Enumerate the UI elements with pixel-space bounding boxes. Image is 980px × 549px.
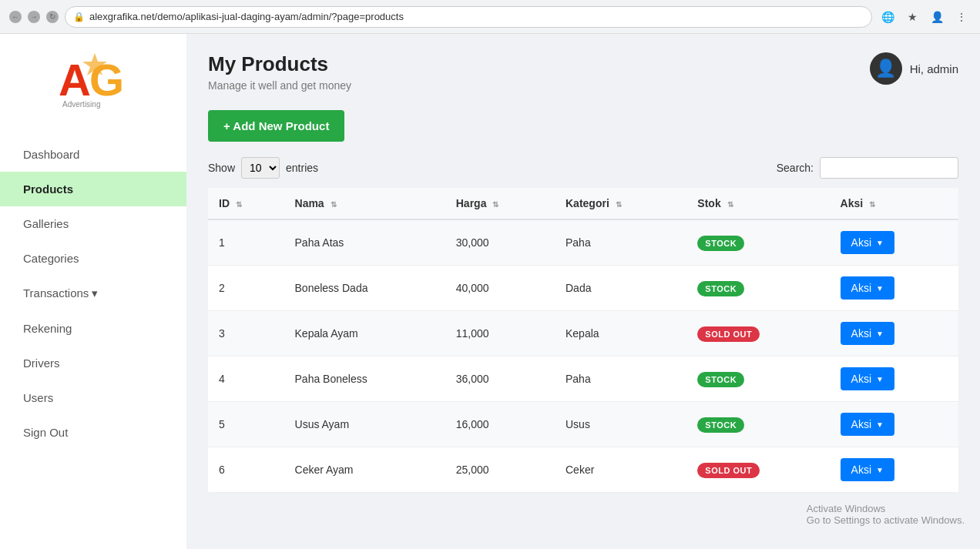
cell-kategori: Paha <box>555 357 686 402</box>
caret-icon: ▼ <box>876 239 884 247</box>
cell-aksi: Aksi ▼ <box>830 311 958 357</box>
aksi-button[interactable]: Aksi ▼ <box>841 322 894 345</box>
sidebar-item-dashboard[interactable]: Dashboard <box>0 137 186 172</box>
table-row: 1 Paha Atas 30,000 Paha STOCK Aksi ▼ <box>208 219 958 266</box>
sort-stok-icon[interactable]: ⇅ <box>727 200 733 209</box>
cell-nama: Boneless Dada <box>284 266 445 311</box>
cell-kategori: Ceker <box>555 447 686 493</box>
page-header: My Products Manage it well and get money… <box>208 52 958 92</box>
caret-icon: ▼ <box>876 375 884 383</box>
sold-out-badge: SOLD OUT <box>697 326 760 342</box>
sort-harga-icon[interactable]: ⇅ <box>492 200 498 209</box>
main-content: My Products Manage it well and get money… <box>186 34 980 549</box>
cell-kategori: Dada <box>555 266 686 311</box>
aksi-button[interactable]: Aksi ▼ <box>841 276 894 300</box>
table-row: 2 Boneless Dada 40,000 Dada STOCK Aksi ▼ <box>208 266 958 311</box>
aksi-button[interactable]: Aksi ▼ <box>841 413 894 436</box>
sidebar-item-signout[interactable]: Sign Out <box>0 415 186 450</box>
header-left: My Products Manage it well and get money <box>208 52 351 92</box>
table-controls: Show 10 25 50 entries Search: <box>208 157 958 179</box>
security-icon: 🔒 <box>73 12 85 22</box>
browser-bar: ← → ↻ 🔒 alexgrafika.net/demo/aplikasi-ju… <box>0 0 980 34</box>
page-title: My Products <box>208 52 351 76</box>
reload-button[interactable]: ↻ <box>46 11 59 23</box>
table-row: 4 Paha Boneless 36,000 Paha STOCK Aksi ▼ <box>208 357 958 402</box>
back-button[interactable]: ← <box>9 11 22 23</box>
cell-kategori: Kepala <box>555 311 686 357</box>
logo-image: A G Advertising <box>55 49 132 111</box>
cell-nama: Usus Ayam <box>284 402 445 447</box>
sidebar-item-products[interactable]: Products <box>0 172 186 206</box>
sort-nama-icon[interactable]: ⇅ <box>331 200 337 209</box>
cell-harga: 11,000 <box>445 311 555 357</box>
cell-stok: SOLD OUT <box>686 447 829 493</box>
col-kategori: Kategori ⇅ <box>555 188 686 219</box>
cell-id: 1 <box>208 219 284 266</box>
products-table: ID ⇅ Nama ⇅ Harga ⇅ Kategori ⇅ Stok ⇅ Ak… <box>208 188 958 493</box>
entries-label: entries <box>286 162 318 174</box>
menu-icon[interactable]: ⋮ <box>952 8 971 26</box>
svg-text:Advertising: Advertising <box>62 100 100 109</box>
sidebar-item-categories[interactable]: Categories <box>0 241 186 276</box>
table-header-row: ID ⇅ Nama ⇅ Harga ⇅ Kategori ⇅ Stok ⇅ Ak… <box>208 188 958 219</box>
cell-kategori: Paha <box>555 219 686 266</box>
cell-nama: Paha Boneless <box>284 357 445 402</box>
aksi-button[interactable]: Aksi ▼ <box>841 458 894 481</box>
cell-aksi: Aksi ▼ <box>830 447 958 493</box>
cell-id: 6 <box>208 447 284 493</box>
search-input[interactable] <box>820 157 958 179</box>
cell-harga: 16,000 <box>445 402 555 447</box>
sidebar-item-users[interactable]: Users <box>0 380 186 415</box>
cell-aksi: Aksi ▼ <box>830 219 958 266</box>
forward-button[interactable]: → <box>28 11 40 23</box>
show-label: Show <box>208 162 235 174</box>
sort-kategori-icon[interactable]: ⇅ <box>616 200 622 209</box>
avatar-icon: 👤 <box>875 59 896 79</box>
col-stok: Stok ⇅ <box>686 188 829 219</box>
add-new-product-button[interactable]: + Add New Product <box>208 110 344 142</box>
col-nama: Nama ⇅ <box>284 188 445 219</box>
cell-id: 5 <box>208 402 284 447</box>
caret-icon: ▼ <box>876 420 884 429</box>
cell-nama: Paha Atas <box>284 219 445 266</box>
avatar: 👤 <box>870 52 902 85</box>
aksi-button[interactable]: Aksi ▼ <box>841 367 894 390</box>
table-row: 6 Ceker Ayam 25,000 Ceker SOLD OUT Aksi … <box>208 447 958 493</box>
stock-badge: STOCK <box>697 281 744 296</box>
products-tbody: 1 Paha Atas 30,000 Paha STOCK Aksi ▼ 2 B… <box>208 219 958 493</box>
col-id: ID ⇅ <box>208 188 284 219</box>
stock-badge: STOCK <box>697 372 744 387</box>
user-greeting: Hi, admin <box>910 62 958 75</box>
cell-harga: 36,000 <box>445 357 555 402</box>
browser-icons: 🌐 ★ 👤 ⋮ <box>878 8 971 26</box>
cell-stok: STOCK <box>686 357 829 402</box>
sidebar: A G Advertising Dashboard Products Galle… <box>0 34 186 549</box>
sidebar-item-drivers[interactable]: Drivers <box>0 346 186 380</box>
col-harga: Harga ⇅ <box>445 188 555 219</box>
cell-harga: 30,000 <box>445 219 555 266</box>
page-subtitle: Manage it well and get money <box>208 79 351 92</box>
sold-out-badge: SOLD OUT <box>697 463 760 478</box>
cell-harga: 25,000 <box>445 447 555 493</box>
bookmark-icon[interactable]: ★ <box>903 8 921 26</box>
cell-stok: STOCK <box>686 219 829 266</box>
cell-harga: 40,000 <box>445 266 555 311</box>
col-aksi: Aksi ⇅ <box>830 188 958 219</box>
cell-stok: STOCK <box>686 402 829 447</box>
sidebar-item-galleries[interactable]: Galleries <box>0 206 186 241</box>
profile-icon[interactable]: 👤 <box>928 8 946 26</box>
cell-stok: SOLD OUT <box>686 311 829 357</box>
stock-badge: STOCK <box>697 236 744 251</box>
sort-id-icon[interactable]: ⇅ <box>236 200 242 209</box>
nav-list: Dashboard Products Galleries Categories … <box>0 137 186 450</box>
sort-aksi-icon[interactable]: ⇅ <box>869 200 875 209</box>
address-bar[interactable]: 🔒 alexgrafika.net/demo/aplikasi-jual-dag… <box>65 6 872 28</box>
entries-select[interactable]: 10 25 50 <box>241 157 280 179</box>
translate-icon[interactable]: 🌐 <box>878 8 897 26</box>
aksi-button[interactable]: Aksi ▼ <box>841 231 894 254</box>
caret-icon: ▼ <box>876 330 884 338</box>
sidebar-item-rekening[interactable]: Rekening <box>0 311 186 346</box>
user-info: 👤 Hi, admin <box>870 52 958 85</box>
sidebar-item-transactions[interactable]: Transactions ▾ <box>0 276 186 311</box>
search-label: Search: <box>777 162 814 174</box>
